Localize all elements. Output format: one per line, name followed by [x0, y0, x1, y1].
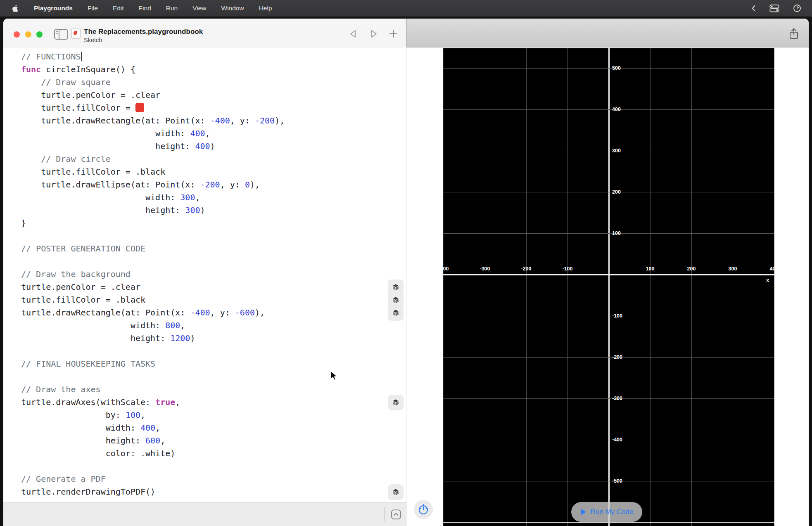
gridline-vertical	[650, 48, 651, 526]
code-line[interactable]: // POSTER GENERATION CODE	[21, 242, 406, 255]
y-axis-line	[608, 48, 610, 526]
menu-app-name[interactable]: Playgrounds	[34, 5, 73, 12]
close-button[interactable]	[14, 31, 20, 38]
code-number: -400	[210, 116, 230, 126]
code-plain: height:	[21, 333, 170, 343]
code-line[interactable]: width: 300,	[21, 191, 406, 204]
minimize-button[interactable]	[25, 31, 31, 38]
code-number: 600	[145, 436, 160, 445]
clock-icon[interactable]	[793, 4, 801, 12]
control-center-icon[interactable]	[769, 4, 780, 12]
code-plain: ,	[155, 423, 160, 433]
code-plain: turtle.fillColor =	[21, 103, 135, 113]
code-line[interactable]: width: 800,	[21, 319, 406, 332]
code-line[interactable]: // Draw the background	[21, 268, 406, 281]
code-line[interactable]: turtle.drawAxes(withScale: true,	[21, 396, 406, 409]
code-line[interactable]: // FINAL HOUSEKEEPING TASKS	[21, 358, 406, 370]
code-line[interactable]: turtle.fillColor = .black	[21, 294, 406, 306]
y-tick-label: 100	[612, 230, 621, 237]
snippet-cube-icon[interactable]	[388, 395, 404, 410]
gridline-horizontal	[443, 192, 774, 192]
gridline-vertical	[444, 48, 444, 526]
code-plain: ),	[255, 308, 265, 317]
code-line[interactable]	[21, 370, 406, 383]
x-tick-label: -400	[443, 265, 454, 272]
chevron-left-icon[interactable]	[751, 5, 756, 12]
code-line[interactable]	[21, 230, 406, 242]
menu-item-file[interactable]: File	[88, 5, 98, 12]
code-line[interactable]: width: 400,	[21, 422, 406, 434]
gridline-vertical	[774, 48, 774, 526]
x-tick-label: 400	[764, 265, 774, 272]
gridline-horizontal	[443, 233, 774, 234]
apple-menu-icon[interactable]	[12, 5, 19, 12]
menu-item-help[interactable]: Help	[259, 5, 272, 12]
menu-item-edit[interactable]: Edit	[113, 5, 124, 12]
code-line[interactable]	[21, 255, 406, 268]
text-insertion-caret	[81, 52, 82, 61]
code-line[interactable]: color: .white)	[21, 447, 406, 460]
code-line[interactable]: func circleInSquare() {	[21, 63, 406, 76]
gridline-horizontal	[443, 109, 774, 110]
code-line[interactable]: width: 400,	[21, 127, 406, 140]
code-line[interactable]: turtle.drawRectangle(at: Point(x: -400, …	[21, 306, 406, 319]
code-plain: , y:	[220, 180, 245, 190]
menu-item-window[interactable]: Window	[221, 5, 244, 12]
menu-item-run[interactable]: Run	[166, 5, 178, 12]
code-line[interactable]: turtle.fillColor =	[21, 102, 406, 114]
code-plain: , y:	[210, 308, 235, 317]
forward-button[interactable]	[368, 28, 380, 39]
x-tick-label: 100	[640, 265, 660, 272]
hide-keyboard-icon[interactable]	[390, 508, 402, 521]
code-line[interactable]: // FUNCTIONS	[21, 50, 406, 63]
code-line[interactable]: // Generate a PDF	[21, 473, 406, 486]
stopwatch-icon	[417, 503, 430, 516]
add-page-button[interactable]	[387, 28, 399, 39]
code-line[interactable]: turtle.drawRectangle(at: Point(x: -400, …	[21, 114, 406, 127]
code-line[interactable]: height: 300)	[21, 204, 406, 217]
x-tick-label: -100	[557, 265, 578, 272]
code-number: -600	[235, 308, 255, 317]
back-button[interactable]	[347, 28, 359, 39]
code-line[interactable]: turtle.penColor = .clear	[21, 281, 406, 294]
code-line[interactable]: turtle.fillColor = .black	[21, 166, 406, 178]
code-number: 400	[190, 128, 205, 138]
code-line[interactable]: height: 400)	[21, 140, 406, 153]
code-line[interactable]	[21, 345, 406, 358]
fill-color-swatch-red[interactable]	[135, 103, 144, 112]
snippet-cube-icon[interactable]	[388, 484, 404, 500]
code-line[interactable]: height: 600,	[21, 434, 406, 447]
code-line[interactable]: turtle.drawEllipse(at: Point(x: -200, y:…	[21, 178, 406, 191]
code-number: -200	[255, 116, 275, 126]
code-number: 800	[165, 320, 180, 330]
zoom-button[interactable]	[36, 31, 43, 38]
code-line[interactable]: // Draw the axes	[21, 383, 406, 396]
y-tick-label: -100	[612, 313, 622, 319]
code-line[interactable]: height: 1200)	[21, 332, 406, 345]
code-plain: ,	[140, 410, 145, 420]
code-plain: turtle.renderDrawingToPDF()	[21, 487, 155, 497]
code-plain: ,	[205, 128, 210, 138]
code-plain: turtle.drawRectangle(at: Point(x:	[21, 308, 190, 317]
run-my-code-button[interactable]: Run My Code	[571, 502, 642, 522]
code-line[interactable]: turtle.penColor = .clear	[21, 89, 406, 102]
code-editor[interactable]: // FUNCTIONSfunc circleInSquare() { // D…	[3, 48, 406, 502]
snippet-cube-icon[interactable]	[388, 305, 404, 321]
code-line[interactable]: // Draw square	[21, 76, 406, 89]
share-icon[interactable]	[788, 28, 800, 40]
code-line[interactable]: // Draw circle	[21, 153, 406, 166]
code-plain: )	[200, 205, 205, 215]
sidebar-toggle-icon[interactable]	[54, 28, 69, 40]
menu-item-view[interactable]: View	[192, 5, 206, 12]
code-line[interactable]: turtle.renderDrawingToPDF()	[21, 486, 406, 498]
code-line[interactable]: by: 100,	[21, 409, 406, 422]
menu-item-find[interactable]: Find	[139, 5, 151, 12]
execution-speed-button[interactable]	[414, 500, 433, 519]
code-line[interactable]: }	[21, 217, 406, 230]
code-comment: // FUNCTIONS	[21, 52, 81, 62]
gridline-horizontal	[443, 316, 774, 316]
y-tick-label: -300	[612, 395, 622, 402]
code-plain: turtle.penColor = .clear	[21, 282, 140, 292]
code-plain: ,	[195, 192, 200, 202]
code-line[interactable]	[21, 460, 406, 473]
